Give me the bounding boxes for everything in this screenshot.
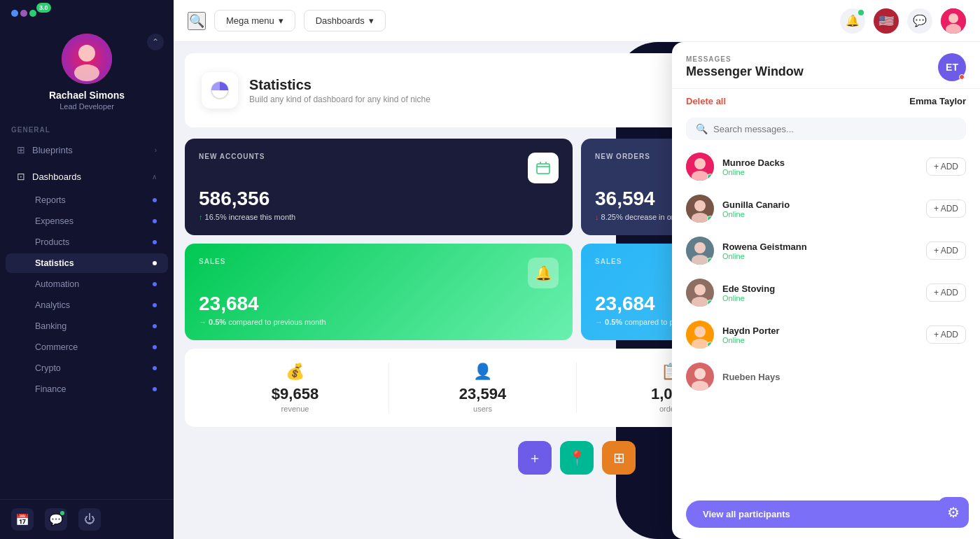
search-row: 🔍	[672, 113, 980, 146]
messenger-actions: Delete all Emma Taylor	[672, 89, 980, 113]
search-button[interactable]: 🔍	[188, 12, 206, 30]
chat-icon-btn[interactable]: 💬	[45, 508, 67, 531]
contact-info-ede: Ede Stoving Online	[722, 284, 775, 302]
sidebar-item-blueprints[interactable]: ⊞ Blueprints ›	[6, 137, 168, 162]
messenger-panel: MESSAGES Messenger Window ET Delete all …	[672, 42, 980, 539]
sales-green-value: 23,684	[199, 293, 559, 315]
statistics-label: Statistics	[35, 258, 74, 268]
sidebar-item-products[interactable]: Products	[6, 232, 168, 252]
contact-left-gunilla: Gunilla Canario Online	[686, 195, 790, 223]
settings-button[interactable]: ⚙	[938, 497, 969, 528]
contact-item-haydn[interactable]: Haydn Porter Online + ADD	[678, 314, 974, 356]
table-action-button[interactable]: ⊞	[602, 441, 636, 475]
add-munroe-button[interactable]: + ADD	[926, 158, 966, 176]
dashboards-nav-label: Dashboards	[316, 15, 365, 26]
messages-button[interactable]: 💬	[907, 8, 932, 34]
sidebar-item-commerce[interactable]: Commerce	[6, 337, 168, 357]
avatar	[62, 34, 112, 84]
reports-label: Reports	[35, 195, 66, 205]
sales-green-trend-icon: →	[199, 318, 209, 326]
stats-icon-svg	[210, 80, 230, 100]
delete-all-button[interactable]: Delete all	[686, 96, 726, 106]
automation-label: Automation	[35, 279, 79, 289]
power-icon-btn[interactable]: ⏻	[78, 508, 101, 531]
crypto-label: Crypto	[35, 363, 61, 373]
calendar-icon-btn[interactable]: 📅	[11, 508, 34, 531]
sidebar-item-finance[interactable]: Finance	[6, 379, 168, 399]
logo-dot-2	[20, 10, 27, 17]
revenue-value: $9,658	[272, 385, 318, 403]
sidebar-item-automation[interactable]: Automation	[6, 274, 168, 294]
chat-notification-dot	[60, 511, 64, 515]
sidebar-item-statistics[interactable]: Statistics	[6, 253, 168, 273]
new-accounts-footer: ↑ 16.5% increase this month	[199, 213, 559, 221]
location-action-button[interactable]: 📍	[560, 441, 594, 475]
expenses-label: Expenses	[35, 216, 74, 226]
contact-item-rowena[interactable]: Rowena Geistmann Online + ADD	[678, 230, 974, 272]
svg-point-2	[74, 64, 99, 81]
logo-version: 3.0	[36, 3, 51, 13]
language-selector[interactable]: 🇺🇸	[874, 8, 899, 34]
finance-label: Finance	[35, 384, 66, 394]
gunilla-status: Online	[722, 210, 790, 218]
new-orders-label: NEW ORDERS	[595, 153, 650, 160]
sidebar-item-crypto[interactable]: Crypto	[6, 358, 168, 378]
logo-area: 3.0	[11, 8, 55, 18]
user-profile-button[interactable]	[941, 8, 966, 34]
avatar-image	[62, 34, 112, 84]
haydn-status-dot	[707, 342, 713, 348]
add-action-button[interactable]: ＋	[518, 441, 552, 475]
stat-card-new-accounts-header: NEW ACCOUNTS	[199, 153, 559, 183]
svg-point-18	[694, 242, 706, 253]
sidebar-item-reports[interactable]: Reports	[6, 190, 168, 210]
messenger-title: Messenger Window	[686, 64, 804, 79]
add-haydn-button[interactable]: + ADD	[926, 326, 966, 344]
munroe-name: Munroe Dacks	[722, 158, 785, 168]
add-rowena-button[interactable]: + ADD	[926, 241, 966, 260]
sidebar-item-banking[interactable]: Banking	[6, 316, 168, 336]
contact-avatar-haydn	[686, 321, 714, 349]
collapse-sidebar-button[interactable]: ⌃	[147, 34, 164, 50]
view-all-participants-button[interactable]: View all participants →	[686, 500, 966, 528]
sidebar-item-expenses[interactable]: Expenses	[6, 211, 168, 231]
messenger-user-avatar[interactable]: ET	[938, 53, 966, 81]
contact-left-haydn: Haydn Porter Online	[686, 321, 780, 349]
search-input-wrap: 🔍	[686, 118, 966, 140]
add-haydn-label: + ADD	[934, 330, 958, 340]
sidebar-item-analytics[interactable]: Analytics	[6, 295, 168, 315]
blueprints-icon: ⊞	[17, 144, 25, 155]
dashboards-chevron-icon: ∧	[152, 173, 157, 181]
statistics-dot	[153, 261, 157, 265]
add-ede-button[interactable]: + ADD	[926, 284, 966, 302]
messenger-user-status-dot	[959, 74, 965, 80]
new-accounts-trend-icon: ↑	[199, 213, 205, 221]
messenger-header: MESSAGES Messenger Window ET	[672, 42, 980, 89]
stats-title-area: Statistics Build any kind of dashboard f…	[249, 77, 430, 104]
profile-name: Rachael Simons	[49, 90, 125, 101]
haydn-name: Haydn Porter	[722, 326, 780, 336]
view-all-label: View all participants	[703, 509, 790, 519]
commerce-label: Commerce	[35, 342, 78, 352]
revenue-icon: 💰	[286, 363, 304, 381]
sidebar-item-dashboards-left: ⊡ Dashboards	[17, 171, 81, 182]
new-orders-trend-icon: ↓	[595, 213, 601, 221]
sales-green-footer-text: 0.5% compared to previous month	[209, 318, 326, 326]
contact-item-rueben[interactable]: Rueben Hays	[678, 356, 974, 398]
contact-item-ede[interactable]: Ede Stoving Online + ADD	[678, 272, 974, 314]
svg-rect-7	[537, 164, 550, 174]
crypto-dot	[153, 366, 157, 370]
sidebar-item-dashboards[interactable]: ⊡ Dashboards ∧	[6, 164, 168, 189]
search-messages-input[interactable]	[713, 124, 956, 134]
mega-menu-label: Mega menu	[226, 15, 274, 26]
mega-menu-button[interactable]: Mega menu ▾	[214, 10, 295, 31]
logo-dots	[11, 10, 36, 17]
topnav-right: 🔔 🇺🇸 💬	[840, 8, 966, 34]
dashboards-button[interactable]: Dashboards ▾	[304, 10, 386, 31]
contact-item-munroe[interactable]: Munroe Dacks Online + ADD	[678, 146, 974, 188]
sidebar-section-general: GENERAL	[0, 122, 174, 136]
add-gunilla-button[interactable]: + ADD	[926, 200, 966, 218]
contact-item-gunilla[interactable]: Gunilla Canario Online + ADD	[678, 188, 974, 230]
sales-blue-trend-icon: →	[595, 318, 605, 326]
notifications-button[interactable]: 🔔	[840, 8, 865, 34]
search-messages-icon: 🔍	[696, 123, 708, 134]
